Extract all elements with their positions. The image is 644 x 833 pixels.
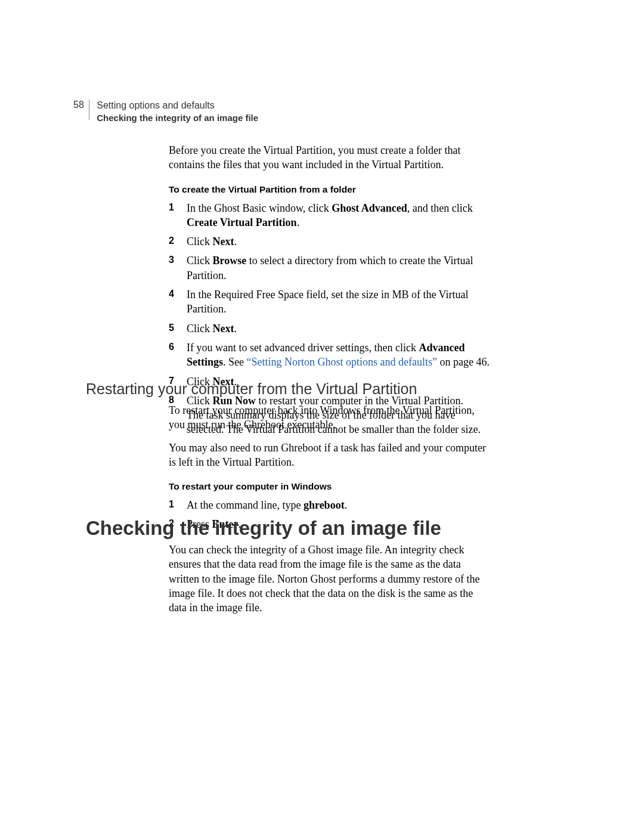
step-text: , and then click xyxy=(407,202,473,214)
ui-term: Browse xyxy=(213,255,247,267)
procedure-title-1: To create the Virtual Partition from a f… xyxy=(169,184,491,195)
step-text: on page 46. xyxy=(437,356,490,368)
step-2: 2 Click Next. xyxy=(169,234,491,249)
step-number: 1 xyxy=(169,498,174,511)
step-number: 6 xyxy=(169,340,174,354)
page-number: 58 xyxy=(73,100,89,120)
step-text: If you want to set advanced driver setti… xyxy=(187,342,419,354)
step-text: Click xyxy=(187,255,213,267)
step-text: In the Ghost Basic window, click xyxy=(187,202,332,214)
step-text: Click xyxy=(187,236,213,247)
heading-integrity: Checking the integrity of an image file xyxy=(86,517,441,540)
page: 58 Setting options and defaults Checking… xyxy=(0,0,644,833)
procedure-title-2: To restart your computer in Windows xyxy=(169,481,491,492)
ui-term: Next xyxy=(213,236,234,247)
step-5: 5 Click Next. xyxy=(169,321,491,336)
ui-term: Ghost Advanced xyxy=(332,202,407,214)
step-4: 4 In the Required Free Space field, set … xyxy=(169,287,491,317)
step-number: 3 xyxy=(169,253,174,267)
header-chapter: Setting options and defaults xyxy=(97,100,258,112)
step-6: 6 If you want to set advanced driver set… xyxy=(169,340,491,370)
ui-term: Create Virtual Partition xyxy=(187,216,297,228)
paragraph: To restart your computer back into Windo… xyxy=(169,403,491,432)
step-1: 1 In the Ghost Basic window, click Ghost… xyxy=(169,201,491,230)
step-number: 1 xyxy=(169,201,174,214)
paragraph: You may also need to run Ghreboot if a t… xyxy=(169,441,491,470)
step-text: . xyxy=(345,499,348,511)
step-1: 1 At the command line, type ghreboot. xyxy=(169,498,491,512)
step-text: At the command line, type xyxy=(187,499,304,511)
header-section: Checking the integrity of an image file xyxy=(97,113,258,124)
procedure-1-steps: 1 In the Ghost Basic window, click Ghost… xyxy=(169,201,491,437)
step-number: 5 xyxy=(169,321,174,335)
step-text: . xyxy=(234,236,237,247)
step-text: In the Required Free Space field, set th… xyxy=(187,289,468,315)
ui-term: Next xyxy=(213,323,234,335)
intro-paragraph: Before you create the Virtual Partition,… xyxy=(169,143,491,172)
ui-term: ghreboot xyxy=(304,499,345,511)
step-text: . xyxy=(297,216,300,228)
running-header: 58 Setting options and defaults Checking… xyxy=(73,100,258,124)
heading-restarting: Restarting your computer from the Virtua… xyxy=(86,380,417,398)
step-3: 3 Click Browse to select a directory fro… xyxy=(169,253,491,283)
step-number: 4 xyxy=(169,287,174,301)
paragraph: You can check the integrity of a Ghost i… xyxy=(169,543,491,615)
step-number: 2 xyxy=(169,234,174,247)
step-text: . xyxy=(234,323,237,335)
cross-reference-link[interactable]: “Setting Norton Ghost options and defaul… xyxy=(247,356,437,368)
integrity-section: You can check the integrity of a Ghost i… xyxy=(169,543,491,623)
step-text: . See xyxy=(223,356,247,368)
body-content-1: Before you create the Virtual Partition,… xyxy=(169,143,491,445)
step-text: Click xyxy=(187,323,213,335)
